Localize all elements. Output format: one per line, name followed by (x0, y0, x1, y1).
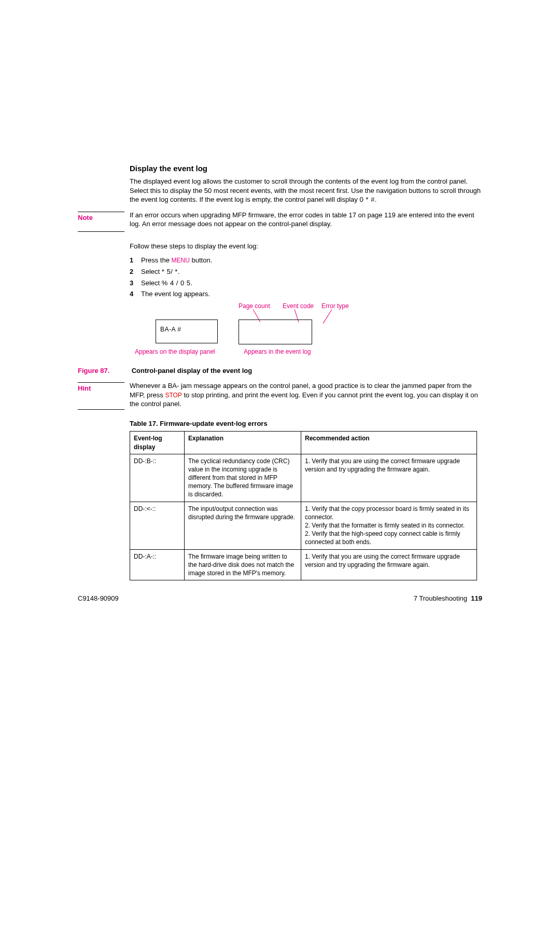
footer-right: 7 Troubleshooting 119 (414, 594, 482, 603)
stop-keyword: STOP (165, 392, 181, 399)
caption-display-panel: Appears on the display panel (135, 348, 215, 356)
table-header-explanation: Explanation (185, 432, 301, 454)
step-row: 4 The event log appears. (130, 289, 482, 299)
firmware-error-table: Event-log display Explanation Recommende… (130, 431, 477, 580)
cell-display: DD-:A-:: (130, 549, 185, 580)
hint-label: Hint (78, 384, 124, 393)
cell-action: 1. Verify that the copy processor board … (301, 502, 477, 549)
figure-label: Figure 87. (78, 366, 130, 376)
step-row: 2 Select * 5/ *. (130, 267, 482, 276)
step-post: button. (190, 256, 212, 264)
step-number: 4 (130, 289, 141, 299)
step-code: % 4 / 0 5 (162, 279, 191, 287)
step-pre: Press the (141, 256, 172, 264)
display-box-text: BA-A # (160, 326, 181, 333)
event-log-box (239, 320, 312, 344)
table-header-row: Event-log display Explanation Recommende… (130, 432, 477, 454)
section-heading: Display the event log (130, 163, 482, 174)
table-row: DD-:A-:: The firmware image being writte… (130, 549, 477, 580)
step-row: 3 Select % 4 / 0 5. (130, 279, 482, 288)
cell-action: 1. Verify that you are using the correct… (301, 454, 477, 502)
figure-caption-row: Figure 87. Control-panel display of the … (78, 366, 482, 376)
menu-keyword: MENU (172, 257, 190, 264)
table-row: DD-:B-:: The cyclical redundancy code (C… (130, 454, 477, 502)
intro-code: 0 * # (359, 196, 374, 203)
step-pre: Select (141, 279, 162, 287)
note-label: Note (78, 213, 124, 223)
step-text: Press the MENU button. (141, 256, 482, 265)
step-number: 1 (130, 256, 141, 265)
step-text: Select % 4 / 0 5. (141, 279, 482, 288)
cell-display: DD-:<-:: (130, 502, 185, 549)
step-pre: Select (141, 268, 162, 275)
event-log-diagram: Page count Event code Error type BA-A # … (150, 305, 482, 362)
figure-caption: Control-panel display of the event log (132, 367, 253, 374)
table-header-action: Recommended action (301, 432, 477, 454)
intro-paragraph: The displayed event log allows the custo… (130, 177, 482, 204)
caption-event-log: Appears in the event log (244, 348, 311, 356)
footer-section: 7 Troubleshooting (414, 594, 467, 602)
step-text: Select * 5/ *. (141, 267, 482, 276)
connector-line (323, 309, 332, 324)
document-page: Display the event log The displayed even… (0, 0, 560, 930)
follow-text: Follow these steps to display the event … (130, 242, 482, 251)
cell-explanation: The input/output connection was disrupte… (185, 502, 301, 549)
step-code: * 5/ * (162, 268, 178, 275)
intro-tail: . (375, 196, 377, 203)
hint-block: Hint Whenever a BA- jam message appears … (78, 381, 482, 409)
table-caption: Table 17. Firmware-update event-log erro… (130, 419, 482, 428)
hint-post: to stop printing, and print the event lo… (130, 391, 478, 408)
annotation-error-type: Error type (321, 302, 349, 310)
steps-list: 1 Press the MENU button. 2 Select * 5/ *… (130, 256, 482, 298)
hint-text: Whenever a BA- jam message appears on th… (130, 381, 482, 409)
annotation-event-code: Event code (283, 302, 314, 310)
step-post: . (178, 268, 180, 275)
step-text: The event log appears. (141, 289, 482, 299)
footer-doc-number: C9148-90909 (78, 594, 119, 602)
step-number: 2 (130, 267, 141, 276)
step-pre: The event log appears. (141, 290, 210, 298)
table-row: DD-:<-:: The input/output connection was… (130, 502, 477, 549)
step-number: 3 (130, 279, 141, 288)
table-header-display: Event-log display (130, 432, 185, 454)
content-area: Display the event log The displayed even… (78, 163, 482, 580)
cell-action: 1. Verify that you are using the correct… (301, 549, 477, 580)
cell-explanation: The cyclical redundancy code (CRC) value… (185, 454, 301, 502)
step-post: . (191, 279, 193, 287)
annotation-page-count: Page count (239, 302, 270, 310)
display-panel-box: BA-A # (156, 320, 218, 343)
footer-page-number: 119 (471, 594, 482, 602)
note-text: If an error occurs when upgrading MFP fi… (130, 211, 482, 229)
intro-text: The displayed event log allows the custo… (130, 177, 481, 203)
cell-display: DD-:B-:: (130, 454, 185, 502)
page-footer: C9148-90909 7 Troubleshooting 119 (78, 594, 482, 603)
cell-explanation: The firmware image being written to the … (185, 549, 301, 580)
step-row: 1 Press the MENU button. (130, 256, 482, 265)
note-block: Note If an error occurs when upgrading M… (78, 211, 482, 234)
